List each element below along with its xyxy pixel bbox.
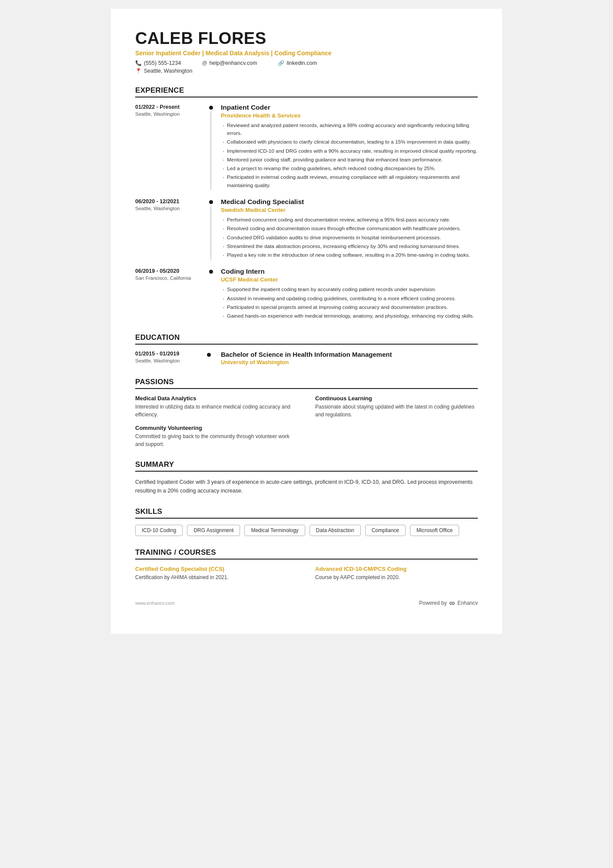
exp-date-col: 06/2020 - 12/2021 Seattle, Washington bbox=[135, 198, 207, 260]
edu-dot-col bbox=[207, 351, 215, 365]
education-container: 01/2015 - 01/2019 Seattle, Washington Ba… bbox=[135, 351, 478, 365]
location-icon: 📍 bbox=[135, 68, 142, 74]
brand-name: Enhancv bbox=[457, 600, 478, 606]
job-title: Coding Intern bbox=[221, 268, 478, 275]
exp-date: 06/2020 - 12/2021 bbox=[135, 198, 207, 204]
job-title: Medical Coding Specialist bbox=[221, 198, 478, 206]
skill-tag: DRG Assignment bbox=[187, 525, 240, 536]
exp-dot-col bbox=[207, 104, 215, 190]
training-item: Advanced ICD-10-CM/PCS Coding Course by … bbox=[315, 566, 478, 581]
experience-item: 06/2019 - 05/2020 San Francisco, Califor… bbox=[135, 268, 478, 321]
passion-item: Community Volunteering Committed to givi… bbox=[135, 425, 298, 448]
location-contact: 📍 Seattle, Washington bbox=[135, 68, 192, 74]
training-desc: Course by AAPC completed in 2020. bbox=[315, 573, 478, 581]
list-item: Performed concurrent coding and document… bbox=[221, 216, 478, 224]
linkedin-contact: 🔗 linkedin.com bbox=[278, 60, 316, 66]
exp-location: Seattle, Washington bbox=[135, 111, 207, 117]
skills-section: SKILLS ICD-10 CodingDRG AssignmentMedica… bbox=[135, 507, 478, 536]
exp-location: Seattle, Washington bbox=[135, 206, 207, 211]
passions-section-title: PASSIONS bbox=[135, 378, 478, 389]
candidate-name: CALEB FLORES bbox=[135, 30, 478, 48]
resume-page: CALEB FLORES Senior Inpatient Coder | Me… bbox=[111, 9, 502, 634]
skills-section-title: SKILLS bbox=[135, 507, 478, 519]
list-item: Conducted DRG validation audits to drive… bbox=[221, 234, 478, 241]
contact-row-2: 📍 Seattle, Washington bbox=[135, 68, 478, 74]
summary-text: Certified Inpatient Coder with 3 years o… bbox=[135, 478, 478, 495]
training-item: Certified Coding Specialist (CCS) Certif… bbox=[135, 566, 298, 581]
location-text: Seattle, Washington bbox=[144, 68, 192, 74]
passion-desc: Interested in utilizing data to enhance … bbox=[135, 403, 298, 419]
edu-date: 01/2015 - 01/2019 bbox=[135, 351, 207, 357]
exp-date: 06/2019 - 05/2020 bbox=[135, 268, 207, 274]
exp-dot-col bbox=[207, 198, 215, 260]
email-icon: @ bbox=[202, 60, 207, 66]
footer: www.enhancv.com Powered by ∞ Enhancv bbox=[135, 599, 478, 608]
timeline-dot bbox=[209, 106, 213, 110]
exp-date-col: 06/2019 - 05/2020 San Francisco, Califor… bbox=[135, 268, 207, 321]
bullets-list: Performed concurrent coding and document… bbox=[221, 216, 478, 259]
list-item: Gained hands-on experience with medical … bbox=[221, 312, 478, 320]
edu-date-col: 01/2015 - 01/2019 Seattle, Washington bbox=[135, 351, 207, 365]
job-title: Inpatient Coder bbox=[221, 104, 478, 111]
edu-content: Bachelor of Science in Health Informatio… bbox=[215, 351, 478, 365]
experience-container: 01/2022 - Present Seattle, Washington In… bbox=[135, 104, 478, 321]
exp-content: Medical Coding Specialist Swedish Medica… bbox=[215, 198, 478, 260]
company-name: Providence Health & Services bbox=[221, 112, 478, 119]
education-section: EDUCATION 01/2015 - 01/2019 Seattle, Was… bbox=[135, 333, 478, 365]
footer-brand: Powered by ∞ Enhancv bbox=[419, 599, 478, 608]
exp-date-col: 01/2022 - Present Seattle, Washington bbox=[135, 104, 207, 190]
list-item: Reviewed and analyzed patient records, a… bbox=[221, 121, 478, 137]
education-section-title: EDUCATION bbox=[135, 333, 478, 345]
timeline-dot bbox=[209, 200, 213, 204]
skill-tag: Microsoft Office bbox=[410, 525, 459, 536]
training-section-title: TRAINING / COURSES bbox=[135, 548, 478, 560]
skill-tag: ICD-10 Coding bbox=[135, 525, 183, 536]
skill-tag: Data Abstraction bbox=[310, 525, 361, 536]
list-item: Implemented ICD-10 and DRG codes with a … bbox=[221, 147, 478, 155]
list-item: Led a project to revamp the coding guide… bbox=[221, 164, 478, 172]
school-name: University of Washington bbox=[221, 359, 478, 365]
header: CALEB FLORES Senior Inpatient Coder | Me… bbox=[135, 30, 478, 74]
list-item: Participated in external coding audit re… bbox=[221, 173, 478, 189]
list-item: Collaborated with physicians to clarify … bbox=[221, 138, 478, 146]
phone-icon: 📞 bbox=[135, 60, 142, 66]
experience-item: 06/2020 - 12/2021 Seattle, Washington Me… bbox=[135, 198, 478, 260]
training-section: TRAINING / COURSES Certified Coding Spec… bbox=[135, 548, 478, 581]
list-item: Supported the inpatient coding team by a… bbox=[221, 285, 478, 293]
training-desc: Certification by AHIMA obtained in 2021. bbox=[135, 573, 298, 581]
footer-website: www.enhancv.com bbox=[135, 600, 175, 606]
contact-row-1: 📞 (555) 555-1234 @ help@enhancv.com 🔗 li… bbox=[135, 60, 478, 66]
training-title: Certified Coding Specialist (CCS) bbox=[135, 566, 298, 572]
passion-item: Medical Data Analytics Interested in uti… bbox=[135, 395, 298, 419]
bullets-list: Reviewed and analyzed patient records, a… bbox=[221, 121, 478, 189]
email-address: help@enhancv.com bbox=[210, 60, 257, 66]
enhancv-logo-icon: ∞ bbox=[449, 599, 455, 608]
training-container: Certified Coding Specialist (CCS) Certif… bbox=[135, 566, 478, 581]
company-name: UCSF Medical Center bbox=[221, 276, 478, 283]
passion-title: Community Volunteering bbox=[135, 425, 298, 431]
exp-content: Inpatient Coder Providence Health & Serv… bbox=[215, 104, 478, 190]
list-item: Assisted in reviewing and updating codin… bbox=[221, 295, 478, 302]
timeline-dot bbox=[207, 353, 211, 357]
email-contact: @ help@enhancv.com bbox=[202, 60, 257, 66]
list-item: Mentored junior coding staff, providing … bbox=[221, 156, 478, 164]
timeline-line bbox=[210, 206, 211, 260]
experience-item: 01/2022 - Present Seattle, Washington In… bbox=[135, 104, 478, 190]
powered-by-label: Powered by bbox=[419, 600, 446, 606]
summary-section: SUMMARY Certified Inpatient Coder with 3… bbox=[135, 460, 478, 495]
training-title: Advanced ICD-10-CM/PCS Coding bbox=[315, 566, 478, 572]
passion-title: Continuous Learning bbox=[315, 395, 478, 402]
degree-title: Bachelor of Science in Health Informatio… bbox=[221, 351, 478, 358]
passion-item: Continuous Learning Passionate about sta… bbox=[315, 395, 478, 419]
list-item: Participated in special projects aimed a… bbox=[221, 303, 478, 311]
skills-container: ICD-10 CodingDRG AssignmentMedical Termi… bbox=[135, 525, 478, 536]
passions-section: PASSIONS Medical Data Analytics Interest… bbox=[135, 378, 478, 448]
linkedin-icon: 🔗 bbox=[278, 60, 284, 66]
skill-tag: Medical Terminology bbox=[244, 525, 305, 536]
exp-date: 01/2022 - Present bbox=[135, 104, 207, 110]
linkedin-url: linkedin.com bbox=[287, 60, 316, 66]
company-name: Swedish Medical Center bbox=[221, 207, 478, 213]
timeline-dot bbox=[209, 270, 213, 274]
passion-desc: Passionate about staying updated with th… bbox=[315, 403, 478, 419]
list-item: Played a key role in the introduction of… bbox=[221, 251, 478, 259]
